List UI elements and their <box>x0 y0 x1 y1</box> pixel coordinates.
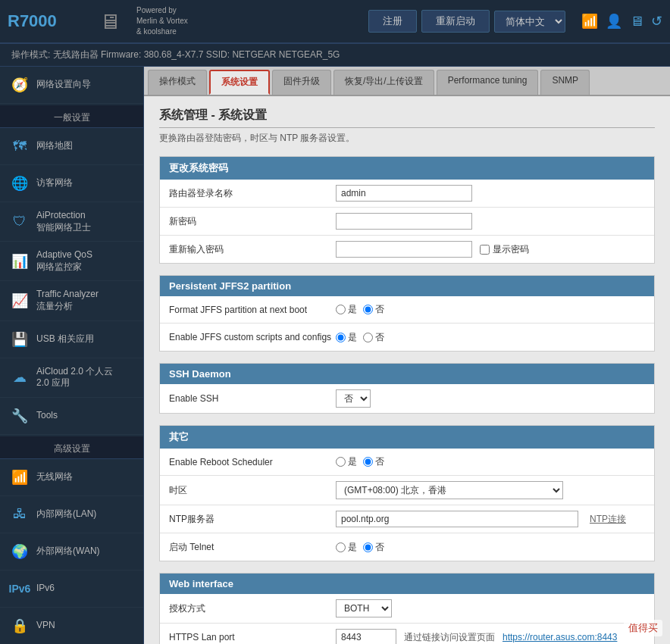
sidebar-item-label: IPv6 <box>36 583 55 595</box>
form-row-timezone: 时区 (GMT+08:00) 北京，香港 <box>160 476 654 505</box>
format-jffs-label: Format JFFS partition at next boot <box>169 305 336 315</box>
sidebar-item-usb[interactable]: 💾 USB 相关应用 <box>0 321 143 358</box>
sidebar-item-label: 外部网络(WAN) <box>36 546 100 558</box>
tab-performance-tuning[interactable]: Performance tuning <box>437 70 539 95</box>
tab-restore-export[interactable]: 恢复/导出/上传设置 <box>333 70 434 95</box>
refresh-icon: ↺ <box>651 13 662 30</box>
sidebar-item-guest-network[interactable]: 🌐 访客网络 <box>0 165 143 202</box>
auth-method-control: BOTH HTTP HTTPS <box>336 599 645 617</box>
tools-icon: 🔧 <box>9 405 30 427</box>
sidebar-item-wireless[interactable]: 📶 无线网络 <box>0 459 143 496</box>
reboot-scheduler-radio-group: 是 否 <box>336 455 384 468</box>
section-misc: 其它 Enable Reboot Scheduler 是 否 时区 <box>159 425 655 561</box>
confirm-password-label: 重新输入密码 <box>169 243 336 256</box>
section-ssh: SSH Daemon Enable SSH 否 是 <box>159 363 655 414</box>
show-password-check[interactable] <box>480 245 490 255</box>
telnet-no[interactable]: 否 <box>363 541 384 554</box>
sidebar-item-lan[interactable]: 🖧 内部网络(LAN) <box>0 496 143 533</box>
sidebar-item-aiprotection[interactable]: 🛡 AiProtection智能网络卫士 <box>0 202 143 242</box>
confirm-password-control: 显示密码 <box>336 241 645 258</box>
form-row-username: 路由器登录名称 <box>160 180 654 208</box>
aiprotection-icon: 🛡 <box>9 211 30 233</box>
form-row-confirm-password: 重新输入密码 显示密码 <box>160 236 654 263</box>
language-select[interactable]: 简体中文 <box>494 11 565 33</box>
auth-method-label: 授权方式 <box>169 602 336 615</box>
brand-text: Powered by Merlin & Vortex & koolshare <box>136 5 188 37</box>
reboot-scheduler-control: 是 否 <box>336 455 645 468</box>
telnet-label: 启动 Telnet <box>169 541 336 554</box>
username-input[interactable] <box>336 185 472 202</box>
ntp-label: NTP服务器 <box>169 513 336 526</box>
sidebar-item-label: 无线网络 <box>36 471 73 483</box>
https-port-desc: 通过链接访问设置页面 <box>404 631 495 644</box>
enable-ssh-select[interactable]: 否 是 <box>336 389 371 408</box>
new-password-control <box>336 213 645 230</box>
page-content: 系统管理 - 系统设置 更换路由器登陆密码，时区与 NTP 服务器设置。 更改系… <box>144 96 670 644</box>
enable-jffs-scripts-no[interactable]: 否 <box>363 331 384 344</box>
format-jffs-no[interactable]: 否 <box>363 303 384 316</box>
sidebar-item-wan[interactable]: 🌍 外部网络(WAN) <box>0 533 143 571</box>
ntp-input[interactable] <box>336 511 578 527</box>
wizard-icon: 🧭 <box>9 74 30 95</box>
sidebar-item-label: Tools <box>36 410 58 422</box>
sidebar-item-label: AiCloud 2.0 个人云2.0 应用 <box>36 366 113 389</box>
timezone-select[interactable]: (GMT+08:00) 北京，香港 <box>336 481 563 499</box>
section-jffs: Persistent JFFS2 partition Format JFFS p… <box>159 275 655 352</box>
sidebar-section-advanced: 高级设置 <box>0 436 143 459</box>
section-password-header: 更改系统密码 <box>160 157 654 180</box>
reboot-scheduler-label: Enable Reboot Scheduler <box>169 457 336 467</box>
auth-method-select[interactable]: BOTH HTTP HTTPS <box>336 599 392 617</box>
telnet-control: 是 否 <box>336 541 645 554</box>
content-area: 操作模式 系统设置 固件升级 恢复/导出/上传设置 Performance tu… <box>144 67 670 644</box>
reboot-scheduler-yes[interactable]: 是 <box>336 455 357 468</box>
ntp-connect-link[interactable]: NTP连接 <box>590 513 626 526</box>
tab-navigation: 操作模式 系统设置 固件升级 恢复/导出/上传设置 Performance tu… <box>144 67 670 96</box>
show-password-checkbox[interactable]: 显示密码 <box>480 243 529 256</box>
sidebar-item-label: 网络设置向导 <box>36 79 91 91</box>
https-port-input[interactable] <box>336 629 396 644</box>
tab-operation-mode[interactable]: 操作模式 <box>148 70 207 95</box>
page-title: 系统管理 - 系统设置 <box>159 108 655 128</box>
telnet-yes[interactable]: 是 <box>336 541 357 554</box>
lan-icon: 🖧 <box>9 504 30 525</box>
format-jffs-yes[interactable]: 是 <box>336 303 357 316</box>
section-web-interface-body: 授权方式 BOTH HTTP HTTPS HTTPS Lan port <box>160 594 654 644</box>
sidebar-item-vpn[interactable]: 🔒 VPN <box>0 608 143 644</box>
wireless-icon: 📶 <box>9 467 30 488</box>
ntp-control: NTP连接 <box>336 511 645 527</box>
sidebar-item-ipv6[interactable]: IPv6 IPv6 <box>0 571 143 608</box>
sidebar-item-tools[interactable]: 🔧 Tools <box>0 398 143 435</box>
tab-firmware-upgrade[interactable]: 固件升级 <box>272 70 331 95</box>
sidebar: 🧭 网络设置向导 一般设置 🗺 网络地图 🌐 访客网络 🛡 AiProtecti… <box>0 67 144 644</box>
confirm-password-input[interactable] <box>336 241 472 258</box>
tab-snmp[interactable]: SNMP <box>540 70 590 95</box>
sidebar-item-network-map[interactable]: 🗺 网络地图 <box>0 128 143 165</box>
section-jffs-header: Persistent JFFS2 partition <box>160 276 654 296</box>
sidebar-item-traffic-analyzer[interactable]: 📈 Traffic Analyzer流量分析 <box>0 281 143 320</box>
section-misc-header: 其它 <box>160 426 654 449</box>
form-row-telnet: 启动 Telnet 是 否 <box>160 533 654 561</box>
sidebar-item-label: 网络地图 <box>36 140 73 152</box>
sidebar-section-general: 一般设置 <box>0 105 143 128</box>
reboot-scheduler-no[interactable]: 否 <box>363 455 384 468</box>
reboot-button[interactable]: 重新启动 <box>421 10 490 33</box>
section-ssh-body: Enable SSH 否 是 <box>160 384 654 413</box>
https-router-link[interactable]: https://router.asus.com:8443 <box>502 632 617 642</box>
new-password-input[interactable] <box>336 213 472 230</box>
usb-icon: 💾 <box>9 329 30 350</box>
watermark: 值得买 <box>624 620 662 636</box>
vpn-icon: 🔒 <box>9 615 30 636</box>
tab-system-settings[interactable]: 系统设置 <box>209 70 270 95</box>
username-control <box>336 185 645 202</box>
new-password-label: 新密码 <box>169 215 336 228</box>
form-row-enable-jffs-scripts: Enable JFFS custom scripts and configs 是… <box>160 324 654 351</box>
sidebar-item-aicloud[interactable]: ☁ AiCloud 2.0 个人云2.0 应用 <box>0 358 143 398</box>
enable-jffs-scripts-yes[interactable]: 是 <box>336 331 357 344</box>
form-row-new-password: 新密码 <box>160 208 654 236</box>
register-button[interactable]: 注册 <box>368 10 417 33</box>
telnet-radio-group: 是 否 <box>336 541 384 554</box>
status-bar: 操作模式: 无线路由器 Firmware: 380.68_4-X7.7 SSID… <box>0 44 670 67</box>
sidebar-item-wizard[interactable]: 🧭 网络设置向导 <box>0 67 143 104</box>
https-port-control: 通过链接访问设置页面 https://router.asus.com:8443 <box>336 629 645 644</box>
sidebar-item-adaptive-qos[interactable]: 📊 Adaptive QoS网络监控家 <box>0 242 143 281</box>
